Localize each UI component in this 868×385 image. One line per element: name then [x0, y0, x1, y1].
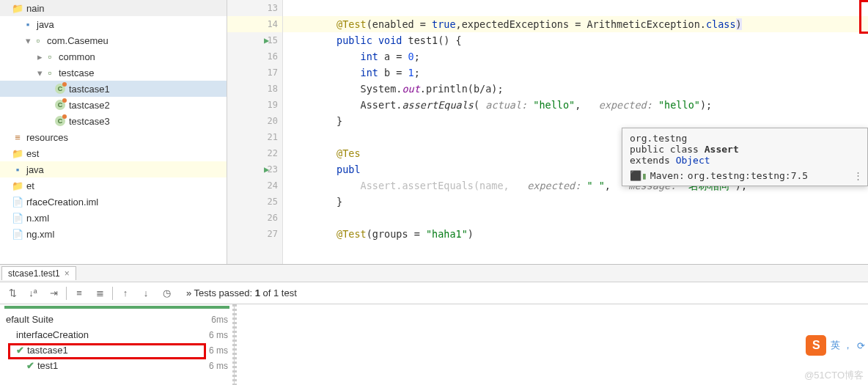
gutter-line-20[interactable]: 20 — [227, 113, 282, 129]
editor: 131415▶1617181920212223▶24252627 @Test(e… — [227, 0, 868, 264]
code-area[interactable]: @Test(enabled = true,expectedExceptions … — [283, 0, 868, 264]
next-icon[interactable]: ↓ — [138, 285, 154, 301]
gutter-line-14[interactable]: 14 — [227, 16, 282, 32]
tree-item-rfaceCreation.iml[interactable]: 📄rfaceCreation.iml — [0, 194, 227, 210]
tooltip-package: org.testng — [630, 133, 687, 144]
test-toolbar: ⇅ ↓ª ⇥ ≡ ≣ ↑ ↓ ◷ » Tests passed: 1 of 1 … — [0, 282, 868, 304]
expand-all-icon[interactable]: ≡ — [71, 285, 87, 301]
history-icon[interactable]: ◷ — [158, 285, 174, 301]
tree-item-common[interactable]: ▸▫common — [0, 48, 227, 65]
tree-item-n.xml[interactable]: 📄n.xml — [0, 210, 227, 226]
test-row-interfaceCreation[interactable]: interfaceCreation6 ms — [0, 327, 234, 342]
run-tabs: stcase1.test1 × — [0, 265, 868, 282]
sort-alpha-icon[interactable]: ↓ª — [25, 285, 41, 301]
test-output — [235, 304, 868, 385]
run-marker-icon[interactable]: ▶ — [264, 164, 274, 175]
test-row-efault Suite[interactable]: efault Suite6ms — [0, 312, 234, 327]
gutter-line-27[interactable]: 27 — [227, 226, 282, 242]
more-icon[interactable]: ⋮ — [853, 170, 863, 181]
tree-item-java[interactable]: ▪java — [0, 161, 227, 177]
gutter-line-26[interactable]: 26 — [227, 210, 282, 226]
tree-item-java[interactable]: ▪java — [0, 16, 227, 32]
gutter-line-19[interactable]: 19 — [227, 97, 282, 113]
run-marker-icon[interactable]: ▶ — [264, 35, 274, 45]
run-tool-window: stcase1.test1 × ⇅ ↓ª ⇥ ≡ ≣ ↑ ↓ ◷ » Tests… — [0, 264, 868, 385]
tree-item-est[interactable]: 📁est — [0, 145, 227, 161]
sort-icon[interactable]: ⇅ — [4, 285, 21, 301]
sogou-icon: S — [806, 335, 826, 356]
test-tree: efault Suite6msinterfaceCreation6 ms✔tas… — [0, 304, 235, 385]
gutter-line-18[interactable]: 18 — [227, 81, 282, 97]
tree-item-resources[interactable]: ≡resources — [0, 129, 227, 145]
gutter-line-13[interactable]: 13 — [227, 0, 282, 16]
tree-item-testcase3[interactable]: Ctestcase3 — [0, 113, 227, 129]
tooltip-maven-coord: org.testng:testng:7.5 — [688, 170, 808, 181]
tree-item-tastcase1[interactable]: Ctastcase1 — [0, 81, 227, 97]
tree-item-com.Casemeu[interactable]: ▾▫com.Casemeu — [0, 32, 227, 48]
collapse-icon[interactable]: ⇥ — [45, 285, 62, 301]
tooltip-class-name: Assert — [705, 144, 739, 155]
gutter: 131415▶1617181920212223▶24252627 — [227, 0, 283, 264]
ime-menu-icon[interactable]: ⟳ — [857, 340, 865, 351]
tree-item-et[interactable]: 📁et — [0, 177, 227, 194]
prev-icon[interactable]: ↑ — [117, 285, 133, 301]
ime-indicator[interactable]: S 英 ， ⟳ — [806, 335, 865, 356]
project-tree: 📁nain▪java▾▫com.Casemeu▸▫common▾▫testcas… — [0, 0, 227, 264]
tree-item-testcase[interactable]: ▾▫testcase — [0, 65, 227, 81]
gutter-line-22[interactable]: 22 — [227, 145, 282, 161]
tests-status: » Tests passed: 1 of 1 test — [186, 287, 297, 298]
test-row-test1[interactable]: ✔test16 ms — [0, 358, 234, 373]
gutter-line-21[interactable]: 21 — [227, 129, 282, 145]
gutter-line-25[interactable]: 25 — [227, 194, 282, 210]
test-row-tastcase1[interactable]: ✔tastcase16 ms — [0, 342, 234, 358]
run-tab[interactable]: stcase1.test1 × — [1, 266, 76, 280]
gutter-line-23[interactable]: 23▶ — [227, 161, 282, 177]
gutter-line-17[interactable]: 17 — [227, 65, 282, 81]
gutter-line-24[interactable]: 24 — [227, 177, 282, 194]
tree-item-tastcase2[interactable]: Ctastcase2 — [0, 97, 227, 113]
close-icon[interactable]: × — [65, 268, 70, 279]
splitter[interactable] — [232, 304, 237, 385]
gutter-line-16[interactable]: 16 — [227, 48, 282, 65]
maven-icon: ⬛▮ — [630, 170, 647, 181]
quick-doc-popup: org.testng public class Assert extends O… — [622, 128, 868, 186]
tree-item-nain[interactable]: 📁nain — [0, 0, 227, 16]
tree-item-ng.xml[interactable]: 📄ng.xml — [0, 226, 227, 242]
gutter-line-15[interactable]: 15▶ — [227, 32, 282, 48]
watermark: @51CTO博客 — [804, 369, 864, 382]
collapse-all-icon[interactable]: ≣ — [92, 285, 108, 301]
progress-bar — [4, 306, 229, 309]
